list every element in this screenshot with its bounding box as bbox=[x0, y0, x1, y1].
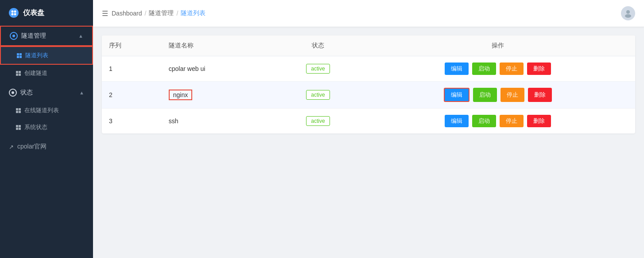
col-actions: 操作 bbox=[361, 35, 635, 56]
breadcrumb-sep-1: / bbox=[145, 10, 147, 17]
breadcrumb: Dashboard / 隧道管理 / 隧道列表 bbox=[112, 9, 206, 17]
sidebar-tunnel-management-label: 隧道管理 bbox=[21, 32, 46, 40]
status-badge: active bbox=[306, 90, 330, 100]
stop-button-1[interactable]: 停止 bbox=[500, 63, 524, 75]
sidebar-status-label: 状态 bbox=[20, 89, 33, 97]
cell-id: 2 bbox=[102, 82, 162, 109]
breadcrumb-dashboard[interactable]: Dashboard bbox=[112, 10, 142, 17]
sidebar-item-system-status[interactable]: 系统状态 bbox=[0, 119, 93, 136]
sidebar-cpolar-label: cpolar官网 bbox=[17, 143, 47, 151]
breadcrumb-tunnel-list[interactable]: 隧道列表 bbox=[181, 9, 206, 17]
svg-point-4 bbox=[626, 10, 630, 14]
edit-button-1[interactable]: 编辑 bbox=[445, 63, 469, 75]
status-circle-icon bbox=[9, 89, 17, 97]
start-button-1[interactable]: 启动 bbox=[472, 63, 496, 75]
svg-point-2 bbox=[12, 13, 14, 16]
sidebar-system-status-label: 系统状态 bbox=[24, 123, 47, 131]
svg-point-5 bbox=[625, 14, 631, 18]
status-badge: active bbox=[306, 64, 330, 74]
cell-status: active bbox=[275, 56, 361, 82]
grid-icon bbox=[17, 53, 22, 58]
header-left: ☰ Dashboard / 隧道管理 / 隧道列表 bbox=[102, 9, 206, 18]
dashboard-icon bbox=[9, 8, 19, 18]
sidebar-item-tunnel-list[interactable]: 隧道列表 bbox=[0, 46, 93, 65]
table-header-row: 序列 隧道名称 状态 操作 bbox=[102, 35, 635, 56]
hamburger-icon[interactable]: ☰ bbox=[102, 9, 108, 18]
col-name: 隧道名称 bbox=[162, 35, 275, 56]
cell-actions: 编辑启动停止删除 bbox=[361, 56, 635, 82]
delete-button-3[interactable]: 删除 bbox=[527, 115, 551, 127]
sidebar-tunnel-management-header[interactable]: 隧道管理 ▲ bbox=[0, 26, 93, 46]
delete-button-2[interactable]: 删除 bbox=[528, 88, 552, 102]
table-row: 3sshactive编辑启动停止删除 bbox=[102, 109, 635, 134]
svg-point-3 bbox=[14, 13, 16, 16]
stop-button-3[interactable]: 停止 bbox=[500, 115, 524, 127]
table-container: 序列 隧道名称 状态 操作 1cpolar web uiactive编辑启动停止… bbox=[102, 35, 635, 133]
cell-name: cpolar web ui bbox=[162, 56, 275, 82]
sidebar-cpolar-link[interactable]: ↗ cpolar官网 bbox=[0, 137, 93, 156]
grid-icon-2 bbox=[16, 71, 21, 76]
cell-status: active bbox=[275, 109, 361, 134]
main-content: ☰ Dashboard / 隧道管理 / 隧道列表 序列 bbox=[93, 0, 644, 258]
chevron-up-icon: ▲ bbox=[78, 33, 83, 39]
cell-name: nginx bbox=[162, 82, 275, 109]
cell-id: 3 bbox=[102, 109, 162, 134]
delete-button-1[interactable]: 删除 bbox=[527, 63, 551, 75]
avatar[interactable] bbox=[621, 6, 635, 20]
start-button-2[interactable]: 启动 bbox=[473, 88, 497, 102]
grid-icon-4 bbox=[16, 125, 21, 130]
header-right bbox=[621, 6, 635, 20]
sidebar-logo[interactable]: 仪表盘 bbox=[0, 0, 93, 26]
edit-button-2[interactable]: 编辑 bbox=[444, 88, 469, 102]
table-row: 1cpolar web uiactive编辑启动停止删除 bbox=[102, 56, 635, 82]
cell-id: 1 bbox=[102, 56, 162, 82]
table-row: 2nginxactive编辑启动停止删除 bbox=[102, 82, 635, 109]
tunnel-icon bbox=[10, 32, 18, 40]
tunnel-table: 序列 隧道名称 状态 操作 1cpolar web uiactive编辑启动停止… bbox=[102, 35, 635, 133]
external-link-icon: ↗ bbox=[9, 144, 14, 150]
col-id: 序列 bbox=[102, 35, 162, 56]
grid-icon-3 bbox=[16, 108, 21, 113]
sidebar-tunnel-section: 隧道管理 ▲ 隧道列表 创建隧道 bbox=[0, 26, 93, 82]
start-button-3[interactable]: 启动 bbox=[472, 115, 496, 127]
sidebar-online-tunnel-label: 在线隧道列表 bbox=[24, 106, 59, 114]
cell-status: active bbox=[275, 82, 361, 109]
cell-name: ssh bbox=[162, 109, 275, 134]
breadcrumb-sep-2: / bbox=[176, 10, 178, 17]
chevron-up-icon-2: ▲ bbox=[79, 90, 84, 95]
header: ☰ Dashboard / 隧道管理 / 隧道列表 bbox=[93, 0, 644, 27]
col-status: 状态 bbox=[275, 35, 361, 56]
sidebar: 仪表盘 隧道管理 ▲ 隧道列表 创建隧道 bbox=[0, 0, 93, 258]
breadcrumb-tunnel-mgmt[interactable]: 隧道管理 bbox=[149, 9, 174, 17]
sidebar-item-create-tunnel[interactable]: 创建隧道 bbox=[0, 65, 93, 82]
sidebar-item-online-tunnel-list[interactable]: 在线隧道列表 bbox=[0, 102, 93, 119]
cell-actions: 编辑启动停止删除 bbox=[361, 82, 635, 109]
cell-actions: 编辑启动停止删除 bbox=[361, 109, 635, 134]
sidebar-status-header[interactable]: 状态 ▲ bbox=[0, 83, 93, 102]
edit-button-3[interactable]: 编辑 bbox=[445, 115, 469, 127]
status-badge: active bbox=[306, 116, 330, 126]
stop-button-2[interactable]: 停止 bbox=[500, 88, 524, 102]
svg-point-0 bbox=[12, 11, 14, 13]
sidebar-status-section: 状态 ▲ 在线隧道列表 系统状态 bbox=[0, 82, 93, 136]
sidebar-logo-label: 仪表盘 bbox=[23, 8, 44, 18]
svg-point-1 bbox=[14, 11, 16, 13]
sidebar-create-tunnel-label: 创建隧道 bbox=[24, 69, 47, 77]
sidebar-tunnel-list-label: 隧道列表 bbox=[25, 51, 48, 59]
